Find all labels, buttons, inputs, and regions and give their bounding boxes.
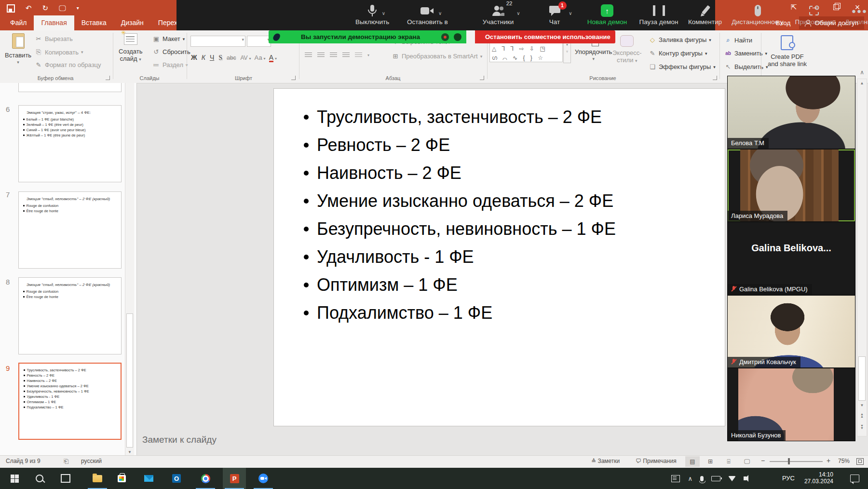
notes-placeholder[interactable]: Заметки к слайду <box>142 435 217 445</box>
thumbnail-slide-6[interactable]: Эмоция "страх, ужас, испуг" – 4 ФЕ: Белы… <box>18 105 122 182</box>
previous-slide-icon[interactable]: ▲▲ <box>857 413 867 418</box>
file-explorer-button[interactable] <box>86 468 109 489</box>
participant-tile-muradova-active-speaker[interactable]: Лариса Мурадова <box>728 149 855 222</box>
fit-slide-to-window-button[interactable] <box>856 458 864 465</box>
font-color-button[interactable]: А <box>269 54 273 62</box>
font-dialog-launcher[interactable] <box>291 76 296 80</box>
recording-indicator-icon[interactable] <box>441 33 449 41</box>
chevron-down-icon[interactable]: ∨ <box>438 11 442 16</box>
stop-sharing-button[interactable]: Остановить совместное использование <box>475 30 615 43</box>
volume-icon[interactable] <box>744 476 748 480</box>
news-widget-icon[interactable] <box>671 475 680 482</box>
scrollbar-thumb[interactable] <box>126 313 133 448</box>
taskbar-clock[interactable]: 14:10 27.03.2024 <box>804 471 833 485</box>
copy-button[interactable]: ⎘Копировать▾ <box>35 48 83 56</box>
close-button[interactable]: × <box>847 0 868 14</box>
reading-view-button[interactable]: ⌹ <box>721 456 736 467</box>
tab-home[interactable]: Главная <box>34 15 74 30</box>
quick-styles-button[interactable]: Экспресс-стили ▾ <box>612 35 642 65</box>
notes-toggle[interactable]: ≙ Заметки <box>591 458 620 464</box>
align-center-icon[interactable] <box>317 53 325 58</box>
scroll-down-icon[interactable]: ▼ <box>125 450 134 454</box>
find-button[interactable]: ⌕Найти <box>724 36 752 44</box>
normal-view-button[interactable]: ▤ <box>685 456 700 467</box>
stop-video-button[interactable]: ∨ Остановить в <box>407 3 448 26</box>
slide-area-scrollbar[interactable]: ▲ ▼ ▲▲ ▼▼ <box>857 79 867 436</box>
action-center-button[interactable] <box>845 468 864 489</box>
restore-button[interactable] <box>826 0 847 14</box>
reset-button[interactable]: ↺Сбросить <box>152 48 190 55</box>
format-painter-button[interactable]: ✎Формат по образцу <box>35 61 101 68</box>
italic-button[interactable]: К <box>202 54 205 61</box>
slide-canvas[interactable]: Трусливость, застенчивость – 2 ФЕ Ревнос… <box>273 88 725 426</box>
text-shadow-button[interactable]: S <box>218 54 222 62</box>
zoom-slider[interactable] <box>770 461 823 462</box>
participant-tile-belova[interactable]: Белова Т.М <box>728 76 855 149</box>
collapse-ribbon-icon[interactable]: ∧ <box>860 69 864 76</box>
undo-icon[interactable]: ↶ <box>26 3 32 13</box>
zoom-in-button[interactable]: + <box>827 457 830 464</box>
scrollbar-thumb[interactable] <box>858 356 866 401</box>
new-share-button[interactable]: ↑ Новая демон <box>578 3 636 26</box>
section-button[interactable]: ≔Раздел▾ <box>152 61 188 68</box>
zoom-out-button[interactable]: − <box>761 457 765 464</box>
thumbnail-slide-7[interactable]: Эмоция "стыд, неловкость" – 2 ФЕ (красны… <box>18 191 122 269</box>
slide-sorter-view-button[interactable]: ⊞ <box>703 456 718 467</box>
shape-effects-button[interactable]: ❏Эффекты фигуры▾ <box>649 63 716 70</box>
chevron-down-icon[interactable]: ∨ <box>569 11 572 16</box>
thumbnail-slide-9-selected[interactable]: Трусливость, застенчивость – 2 ФЕ Ревнос… <box>18 363 122 440</box>
zoom-app-button[interactable] <box>252 468 275 489</box>
start-button[interactable] <box>3 468 26 489</box>
participants-button[interactable]: 22 ∨ Участники <box>469 3 527 26</box>
task-view-button[interactable] <box>54 468 77 489</box>
language-indicator[interactable]: русский <box>81 458 102 464</box>
font-name-combobox[interactable] <box>190 36 245 47</box>
spell-check-icon[interactable]: ⎗ <box>64 458 68 465</box>
drawing-dialog-launcher[interactable] <box>713 76 717 80</box>
taskbar-search-button[interactable] <box>28 468 51 489</box>
ribbon-display-options-icon[interactable]: ⇱ <box>783 0 804 14</box>
chrome-button[interactable] <box>194 468 217 489</box>
clipboard-dialog-launcher[interactable] <box>106 76 110 80</box>
font-size-combobox[interactable] <box>247 36 271 47</box>
scroll-up-icon[interactable]: ▲ <box>857 81 867 85</box>
paste-button[interactable]: Вставить▾ <box>5 33 31 66</box>
minimize-button[interactable]: ─ <box>804 0 826 14</box>
chevron-down-icon[interactable]: ∨ <box>382 11 385 16</box>
mail-button[interactable] <box>137 468 160 489</box>
new-slide-button[interactable]: Создатьслайд ▾ <box>119 33 142 63</box>
security-shield-icon[interactable] <box>454 33 461 41</box>
chevron-down-icon[interactable]: ∨ <box>516 11 520 16</box>
participant-tile-belikova[interactable]: Galina Belikova... Galina Belikova (MPGU… <box>728 222 855 295</box>
align-left-icon[interactable] <box>305 53 312 58</box>
tab-file[interactable]: Файл <box>3 15 34 30</box>
outlook-button[interactable]: O <box>165 468 188 489</box>
thumbnail-slide-8[interactable]: Эмоция "стыд, неловкость" – 2 ФЕ (красны… <box>18 277 122 354</box>
participant-tile-kovalchuk[interactable]: Дмитрий Ковальчук <box>728 296 855 368</box>
customize-qat-icon[interactable]: ▾ <box>77 3 79 13</box>
cut-button[interactable]: ✂Вырезать <box>35 35 73 42</box>
shape-outline-button[interactable]: ✎Контур фигуры▾ <box>649 50 707 57</box>
microsoft-store-button[interactable] <box>110 468 133 489</box>
annotate-button[interactable]: Комментир <box>681 3 729 26</box>
zoom-slider-thumb[interactable] <box>788 458 790 464</box>
participant-tile-buzunov[interactable]: Николай Бузунов <box>728 368 855 441</box>
wifi-icon[interactable] <box>728 476 736 481</box>
paragraph-dialog-launcher[interactable] <box>480 76 484 80</box>
create-pdf-button[interactable]: Create PDFand share link <box>768 35 807 68</box>
tab-insert[interactable]: Вставка <box>74 15 114 30</box>
slideshow-icon[interactable]: 🖵 <box>59 3 66 13</box>
thumbnails-scrollbar[interactable]: ▼ <box>125 83 134 456</box>
strikethrough-button[interactable]: abc <box>227 54 236 61</box>
align-right-icon[interactable] <box>330 53 337 58</box>
language-switcher[interactable]: РУС <box>782 475 795 482</box>
zoom-level[interactable]: 75% <box>838 458 850 464</box>
mute-button[interactable]: ∨ Выключить <box>355 3 389 26</box>
pause-share-button[interactable]: Пауза демон <box>630 3 688 26</box>
share-button[interactable]: Общий доступ <box>799 16 864 29</box>
tab-design[interactable]: Дизайн <box>114 15 151 30</box>
sign-in-link[interactable]: Вход <box>776 19 791 27</box>
layout-button[interactable]: ▣Макет▾ <box>152 35 185 42</box>
scroll-down-icon[interactable]: ▼ <box>857 403 867 408</box>
shape-fill-button[interactable]: ◇Заливка фигуры▾ <box>649 36 711 43</box>
